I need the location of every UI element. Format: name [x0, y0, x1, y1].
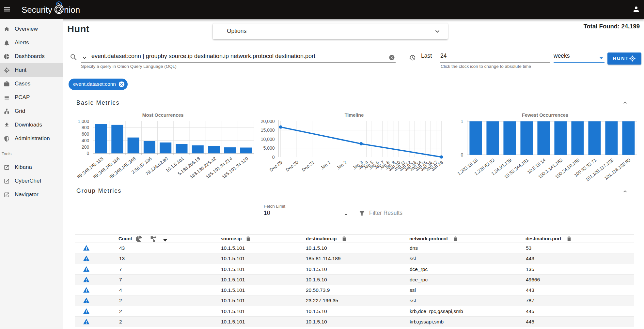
svg-text:Most Occurrences: Most Occurrences — [142, 112, 184, 118]
svg-text:5,000: 5,000 — [263, 145, 275, 151]
svg-text:20,000: 20,000 — [261, 119, 275, 124]
svg-text:Fewest Occurrences: Fewest Occurrences — [522, 112, 568, 118]
svg-text:1,000: 1,000 — [78, 119, 89, 124]
svg-text:0: 0 — [87, 151, 89, 156]
svg-text:600: 600 — [82, 131, 89, 137]
svg-text:15,000: 15,000 — [261, 127, 275, 133]
svg-text:800: 800 — [82, 125, 89, 130]
svg-text:Dec 30: Dec 30 — [285, 159, 299, 172]
svg-text:0: 0 — [461, 152, 463, 157]
svg-text:400: 400 — [82, 138, 89, 143]
svg-text:101.108.117.128: 101.108.117.128 — [584, 157, 614, 182]
svg-text:Jan 2: Jan 2 — [336, 159, 348, 171]
svg-text:10,000: 10,000 — [261, 137, 275, 142]
svg-text:1: 1 — [461, 119, 463, 124]
svg-text:Dec 31: Dec 31 — [301, 159, 315, 172]
svg-text:89.248.163.155: 89.248.163.155 — [76, 156, 104, 180]
svg-text:200: 200 — [82, 144, 89, 150]
svg-text:Timeline: Timeline — [345, 112, 364, 118]
svg-text:Jan 1: Jan 1 — [320, 159, 332, 171]
svg-text:0: 0 — [272, 155, 275, 160]
svg-text:Dec 29: Dec 29 — [269, 159, 283, 172]
